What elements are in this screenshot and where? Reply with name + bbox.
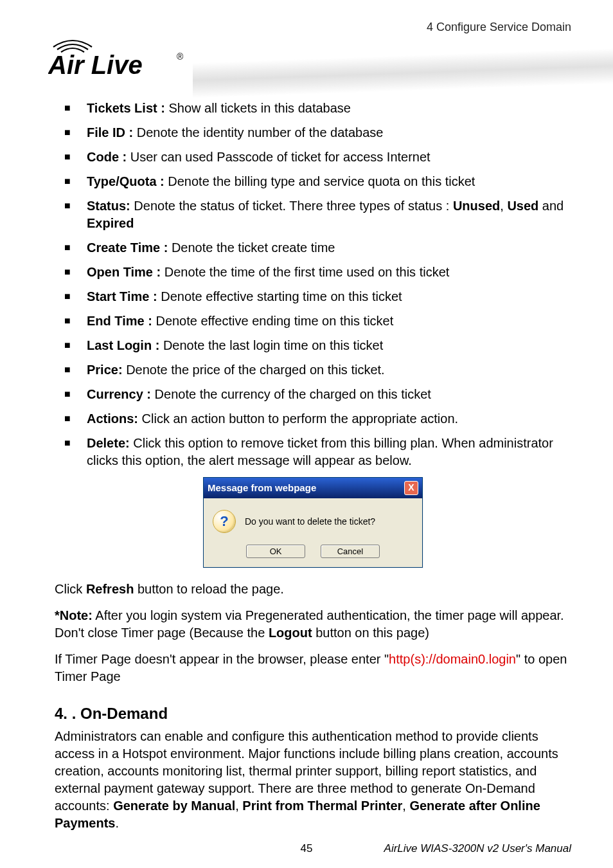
confirm-dialog: Message from webpage X ? Do you want to … bbox=[203, 477, 423, 568]
dialog-titlebar: Message from webpage X bbox=[204, 478, 422, 498]
logout-label: Logout bbox=[269, 626, 312, 640]
status-used: Used bbox=[507, 199, 538, 213]
list-item: Tickets List : Show all tickets in this … bbox=[64, 100, 571, 117]
section-title: On-Demand bbox=[76, 705, 168, 722]
list-item: Status: Denote the status of ticket. The… bbox=[64, 197, 571, 232]
refresh-label: Refresh bbox=[86, 582, 134, 596]
definition: Denote the time of the first time used o… bbox=[161, 265, 449, 279]
definition: Denote the status of ticket. There three… bbox=[130, 199, 453, 213]
list-item: Type/Quota : Denote the billing type and… bbox=[64, 173, 571, 190]
list-item: Code : User can used Passcode of ticket … bbox=[64, 149, 571, 166]
term: Type/Quota : bbox=[87, 174, 164, 188]
definition: User can used Passcode of ticket for acc… bbox=[127, 150, 430, 164]
dialog-message: Do you want to delete the ticket? bbox=[245, 516, 375, 528]
question-icon: ? bbox=[213, 510, 236, 533]
list-item: File ID : Denote the identity number of … bbox=[64, 124, 571, 141]
close-icon[interactable]: X bbox=[404, 481, 418, 495]
definition: Click this option to remove ticket from … bbox=[87, 436, 553, 467]
brand-logo: Air Live ® bbox=[48, 35, 186, 80]
header-gradient bbox=[193, 48, 613, 98]
term: Tickets List : bbox=[87, 101, 165, 115]
term: Delete: bbox=[87, 436, 130, 450]
timer-url: http(s)://domain0.login bbox=[389, 652, 516, 666]
list-item: Start Time : Denote effective starting t… bbox=[64, 288, 571, 305]
term: Status: bbox=[87, 199, 130, 213]
refresh-hint: Click Refresh button to reload the page. bbox=[55, 581, 571, 598]
list-item: Price: Denote the price of the charged o… bbox=[64, 361, 571, 379]
list-item: Create Time : Denote the ticket create t… bbox=[64, 239, 571, 257]
term: Code : bbox=[87, 150, 127, 164]
status-unused: Unused bbox=[453, 199, 500, 213]
page-number: 45 bbox=[301, 842, 313, 855]
term: Actions: bbox=[87, 411, 138, 426]
term: Open Time : bbox=[87, 265, 161, 279]
definition: Denote effective starting time on this t… bbox=[157, 289, 402, 303]
status-expired: Expired bbox=[87, 216, 134, 230]
method-manual: Generate by Manual bbox=[113, 799, 235, 813]
svg-text:Air Live: Air Live bbox=[48, 51, 143, 79]
definition: Denote the identity number of the databa… bbox=[133, 125, 383, 140]
list-item: End Time : Denote effective ending time … bbox=[64, 312, 571, 330]
list-item: Open Time : Denote the time of the first… bbox=[64, 264, 571, 281]
term: Create Time : bbox=[87, 240, 168, 255]
breadcrumb: 4 Configure Service Domain bbox=[427, 21, 571, 34]
section-number: 4. . bbox=[55, 705, 76, 722]
note-paragraph: *Note: After you login system via Pregen… bbox=[55, 607, 571, 642]
list-item: Actions: Click an action button to perfo… bbox=[64, 410, 571, 428]
term: Currency : bbox=[87, 387, 151, 401]
note-label: *Note: bbox=[55, 608, 93, 622]
definition: Denote the billing type and service quot… bbox=[164, 174, 475, 188]
timer-paragraph: If Timer Page doesn't appear in the brow… bbox=[55, 651, 571, 685]
term: End Time : bbox=[87, 314, 152, 328]
list-item: Delete: Click this option to remove tick… bbox=[64, 435, 571, 469]
manual-title: AirLive WIAS-3200N v2 User's Manual bbox=[384, 842, 571, 855]
definition: Denote the last login time on this ticke… bbox=[159, 338, 383, 352]
definition: Click an action button to perform the ap… bbox=[138, 411, 458, 426]
method-printer: Print from Thermal Printer bbox=[242, 799, 402, 813]
definition: Denote effective ending time on this tic… bbox=[152, 314, 393, 328]
section-heading: 4. . On-Demand bbox=[55, 703, 571, 724]
definition: Show all tickets in this database bbox=[165, 101, 351, 115]
definition: Denote the currency of the charged on th… bbox=[151, 387, 431, 401]
ok-button[interactable]: OK bbox=[246, 545, 305, 558]
definition-list: Tickets List : Show all tickets in this … bbox=[64, 100, 571, 469]
svg-text:®: ® bbox=[177, 51, 184, 62]
term: File ID : bbox=[87, 125, 133, 140]
definition: Denote the ticket create time bbox=[168, 240, 335, 255]
term: Start Time : bbox=[87, 289, 157, 303]
section-body: Administrators can enable and configure … bbox=[55, 728, 571, 832]
term: Price: bbox=[87, 363, 123, 377]
dialog-title-text: Message from webpage bbox=[208, 482, 316, 494]
definition: Denote the price of the charged on this … bbox=[123, 363, 385, 377]
term: Last Login : bbox=[87, 338, 159, 352]
list-item: Currency : Denote the currency of the ch… bbox=[64, 386, 571, 403]
cancel-button[interactable]: Cancel bbox=[321, 545, 380, 558]
list-item: Last Login : Denote the last login time … bbox=[64, 337, 571, 354]
